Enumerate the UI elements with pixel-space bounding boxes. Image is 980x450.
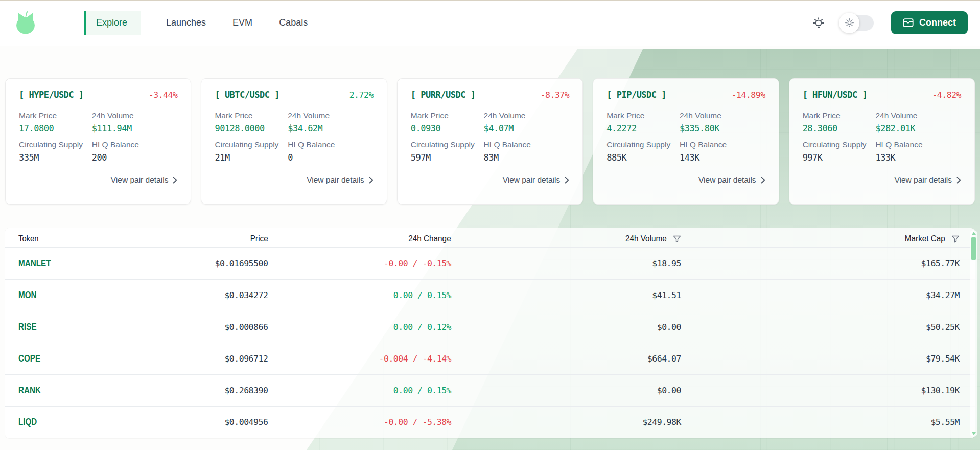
token-row[interactable]: LIQD $0.004956 -0.00 / -5.38% $249.98K $…: [5, 407, 975, 438]
volume-metric: 24h Volume $34.62M: [288, 111, 374, 133]
mark-price-metric: Mark Price 17.0800: [19, 111, 92, 133]
token-volume: $18.95: [652, 259, 681, 268]
header-24h-volume: 24h Volume: [451, 228, 681, 248]
change-cell: 0.00 / 0.15%: [393, 290, 451, 300]
app-logo[interactable]: [14, 10, 37, 36]
view-pair-details-link[interactable]: View pair details: [19, 175, 177, 185]
hlq-balance-value: 143K: [680, 152, 765, 163]
tokens-table: Token Price 24h Change 24h Volume Market…: [5, 228, 975, 438]
header-price: Price: [137, 228, 268, 248]
supply-label: Circulating Supply: [215, 140, 288, 149]
pair-change: -8.37%: [541, 90, 570, 100]
token-volume: $0.00: [657, 322, 681, 332]
token-row[interactable]: COPE $0.096712 -0.004 / -4.14% $664.07 $…: [5, 343, 975, 375]
token-price: $0.034272: [224, 290, 268, 300]
funnel-icon[interactable]: [673, 235, 681, 243]
supply-value: 997K: [803, 152, 876, 163]
token-price: $0.000866: [224, 322, 268, 332]
tab-cabals[interactable]: Cabals: [278, 11, 309, 34]
pair-card: [ PURR/USDC ] -8.37% Mark Price 0.0930 2…: [397, 78, 583, 205]
connect-wallet-button[interactable]: Connect: [891, 11, 968, 34]
hlq-balance-value: 83M: [484, 152, 570, 163]
token-market-cap: $50.25K: [926, 322, 960, 332]
pair-change: -14.89%: [732, 90, 765, 100]
mark-price-label: Mark Price: [803, 111, 876, 120]
token-name: LIQD: [18, 417, 37, 428]
tokens-table-card: Token Price 24h Change 24h Volume Market…: [5, 228, 975, 438]
hlq-balance-label: HLQ Balance: [92, 140, 178, 149]
token-row[interactable]: RISE $0.000866 0.00 / 0.12% $0.00 $50.25…: [5, 311, 975, 343]
hlq-balance-value: 133K: [875, 152, 961, 163]
supply-value: 335M: [19, 152, 92, 163]
tab-explore[interactable]: Explore: [84, 11, 141, 35]
volume-value: $282.01K: [875, 123, 961, 133]
sun-icon: [845, 18, 854, 27]
volume-value: $34.62M: [288, 123, 374, 133]
mark-price-label: Mark Price: [411, 111, 484, 120]
token-price: $0.004956: [224, 417, 268, 427]
header-market-cap: Market Cap: [681, 228, 975, 248]
lightbulb-icon: [811, 15, 826, 31]
pair-card: [ HFUN/USDC ] -4.82% Mark Price 28.3060 …: [789, 78, 975, 205]
theme-toggle[interactable]: [840, 15, 874, 31]
mark-price-label: Mark Price: [606, 111, 680, 120]
view-pair-details-link[interactable]: View pair details: [606, 175, 765, 185]
volume-label: 24h Volume: [875, 111, 961, 120]
token-row[interactable]: RANK $0.268390 0.00 / 0.15% $0.00 $130.1…: [5, 375, 975, 407]
pair-metrics: Mark Price 90128.0000 24h Volume $34.62M…: [215, 111, 373, 169]
token-row[interactable]: MANLET $0.01695500 -0.00 / -0.15% $18.95…: [5, 248, 975, 280]
token-market-cap: $165.77K: [921, 259, 960, 268]
supply-value: 21M: [215, 152, 288, 163]
table-header-row: Token Price 24h Change 24h Volume Market…: [5, 228, 975, 248]
navbar-actions: Connect: [811, 11, 968, 34]
table-scrollbar[interactable]: [970, 230, 977, 437]
token-volume: $249.98K: [642, 417, 681, 427]
volume-label: 24h Volume: [484, 111, 570, 120]
hints-button[interactable]: [811, 15, 826, 31]
top-accent-strip: [0, 0, 980, 1]
scrollbar-down-arrow[interactable]: [972, 432, 976, 435]
volume-label: 24h Volume: [92, 111, 178, 120]
pair-card-header: [ HYPE/USDC ] -3.44%: [19, 89, 177, 100]
supply-metric: Circulating Supply 997K: [803, 140, 876, 163]
token-volume: $0.00: [657, 386, 681, 395]
mark-price-value: 0.0930: [411, 123, 484, 133]
connect-label: Connect: [919, 17, 956, 28]
token-market-cap: $130.19K: [921, 386, 960, 395]
supply-value: 597M: [411, 152, 484, 163]
view-pair-details-link[interactable]: View pair details: [803, 175, 961, 185]
view-pair-details-link[interactable]: View pair details: [215, 175, 373, 185]
pair-metrics: Mark Price 4.2272 24h Volume $335.80K Ci…: [606, 111, 765, 169]
scrollbar-up-arrow[interactable]: [972, 232, 976, 235]
view-pair-details-label: View pair details: [503, 175, 561, 185]
token-name: RANK: [18, 385, 41, 396]
chevron-right-icon: [956, 177, 961, 184]
hlq-balance-metric: HLQ Balance 143K: [680, 140, 765, 163]
token-name: RISE: [18, 322, 37, 332]
header-token: Token: [5, 228, 137, 248]
supply-metric: Circulating Supply 885K: [606, 140, 680, 163]
token-row[interactable]: MON $0.034272 0.00 / 0.15% $41.51 $34.27…: [5, 280, 975, 311]
chevron-right-icon: [565, 177, 569, 184]
scrollbar-thumb[interactable]: [971, 237, 976, 260]
view-pair-details-link[interactable]: View pair details: [411, 175, 569, 185]
token-name: MANLET: [18, 258, 51, 269]
hlq-balance-value: 200: [92, 152, 178, 163]
hlq-balance-label: HLQ Balance: [875, 140, 961, 149]
pair-change: -3.44%: [149, 90, 178, 100]
pair-card: [ UBTC/USDC ] 2.72% Mark Price 90128.000…: [201, 78, 387, 205]
mark-price-metric: Mark Price 4.2272: [606, 111, 680, 133]
volume-value: $335.80K: [680, 123, 765, 133]
token-price: $0.01695500: [215, 259, 268, 268]
mark-price-value: 17.0800: [19, 123, 92, 133]
view-pair-details-label: View pair details: [894, 175, 952, 185]
navbar: Explore Launches EVM Cabals: [0, 0, 980, 46]
tab-evm[interactable]: EVM: [231, 11, 253, 34]
mark-price-metric: Mark Price 28.3060: [803, 111, 876, 133]
header-24h-change: 24h Change: [268, 228, 451, 248]
tab-launches[interactable]: Launches: [165, 11, 207, 34]
token-market-cap: $79.54K: [926, 354, 960, 364]
change-cell: 0.00 / 0.12%: [393, 322, 451, 332]
theme-toggle-knob[interactable]: [839, 13, 859, 33]
funnel-icon[interactable]: [951, 235, 960, 243]
